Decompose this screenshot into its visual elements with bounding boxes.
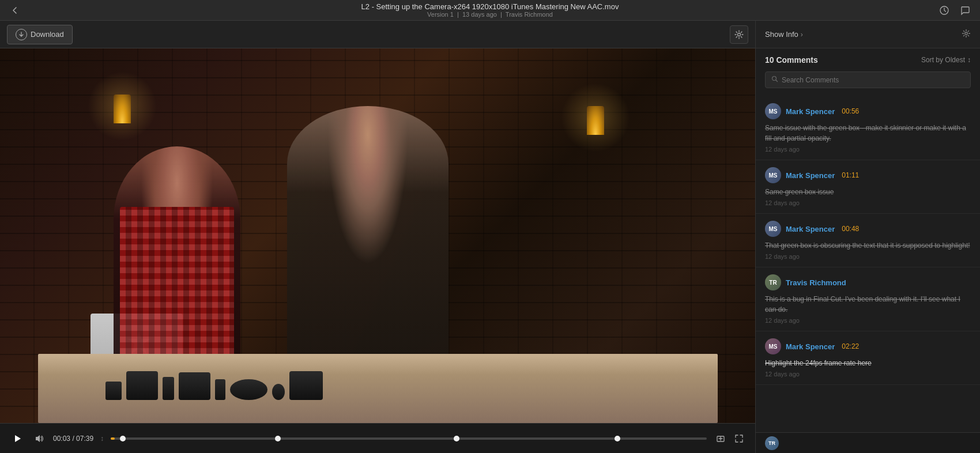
action-bar-right — [730, 25, 748, 44]
chevron-right-icon: › — [801, 31, 803, 39]
file-meta: Version 1 | 13 days ago | Travis Richmon… — [361, 11, 619, 18]
file-title: L2 - Setting up the Camera-x264 1920x108… — [361, 2, 619, 11]
comment-item[interactable]: MS Mark Spencer 02:22 Highlight the 24fp… — [756, 331, 980, 385]
progress-marker-4 — [615, 436, 620, 441]
download-button[interactable]: Download — [7, 25, 73, 44]
file-uploader: Travis Richmond — [506, 11, 553, 18]
comment-header: MS Mark Spencer 00:56 — [765, 103, 971, 119]
progress-marker-1 — [120, 436, 126, 441]
search-box — [765, 71, 971, 88]
history-button[interactable] — [936, 2, 952, 18]
comment-age: 12 days ago — [765, 371, 971, 378]
current-time: 00:03 / 07:39 — [53, 435, 93, 443]
comment-author: Mark Spencer — [786, 107, 835, 116]
person-right — [287, 106, 448, 394]
back-button[interactable] — [7, 2, 23, 18]
table-surface — [38, 354, 718, 423]
download-label: Download — [31, 30, 64, 39]
main-content: Download — [0, 21, 980, 453]
comment-timestamp: 02:22 — [842, 342, 859, 350]
bottom-bar: TR — [756, 432, 980, 453]
scene-content — [0, 48, 755, 423]
comment-age: 12 days ago — [765, 146, 971, 153]
progress-marker-2 — [275, 436, 281, 441]
top-bar-right — [936, 2, 973, 18]
download-icon — [16, 29, 27, 40]
comment-item[interactable]: TR Travis Richmond This is a bug in Fina… — [756, 267, 980, 331]
show-info-header: Show Info › — [756, 21, 980, 48]
svg-point-3 — [965, 32, 967, 34]
comment-author: Mark Spencer — [786, 225, 835, 233]
sort-label: Sort by Oldest — [921, 56, 965, 64]
comment-author: Travis Richmond — [786, 278, 846, 287]
volume-button[interactable] — [32, 432, 46, 446]
comment-author: Mark Spencer — [786, 171, 835, 180]
comment-header: MS Mark Spencer 02:22 — [765, 338, 971, 354]
comment-item[interactable]: MS Mark Spencer 00:56 Same issue with th… — [756, 96, 980, 160]
top-bar-center: L2 - Setting up the Camera-x264 1920x108… — [361, 2, 619, 18]
video-panel: Download — [0, 21, 755, 453]
avatar: MS — [765, 338, 781, 354]
comment-age: 12 days ago — [765, 199, 971, 206]
panel-settings-button[interactable] — [962, 29, 971, 40]
svg-point-4 — [772, 77, 777, 81]
search-container — [756, 69, 980, 94]
comment-timestamp: 00:48 — [842, 225, 859, 233]
comment-text: Highlight the 24fps frame rate here — [765, 358, 971, 368]
comment-item[interactable]: MS Mark Spencer 01:11 Same green box iss… — [756, 160, 980, 214]
top-bar-left — [7, 2, 23, 18]
camera-item-1 — [105, 382, 122, 400]
avatar: MS — [765, 221, 781, 237]
table-items — [105, 354, 683, 400]
sort-arrow-icon: ↕ — [967, 56, 971, 64]
comment-item[interactable]: MS Mark Spencer 00:48 That green box is … — [756, 214, 980, 267]
video-controls: 00:03 / 07:39 ↕ — [0, 423, 755, 453]
chat-button[interactable] — [957, 2, 973, 18]
play-button[interactable] — [9, 431, 25, 447]
camera-item-4 — [179, 372, 210, 400]
sort-button[interactable]: Sort by Oldest ↕ — [921, 56, 971, 64]
camera-item-2 — [126, 371, 158, 400]
action-bar: Download — [0, 21, 755, 48]
camera-item-6 — [230, 379, 267, 400]
comment-header: MS Mark Spencer 01:11 — [765, 167, 971, 183]
svg-point-1 — [738, 33, 741, 36]
file-version: Version 1 — [427, 11, 454, 18]
video-container[interactable] — [0, 48, 755, 423]
speed-indicator[interactable]: ↕ — [100, 435, 104, 443]
comment-age: 12 days ago — [765, 317, 971, 324]
search-input[interactable] — [782, 76, 964, 84]
comment-timestamp: 00:56 — [842, 107, 859, 115]
avatar: MS — [765, 167, 781, 183]
fullscreen-button[interactable] — [732, 432, 746, 446]
camera-item-3 — [163, 377, 174, 400]
file-age: 13 days ago — [462, 11, 497, 18]
show-info-button[interactable]: Show Info › — [765, 30, 803, 39]
fit-screen-button[interactable] — [714, 432, 728, 446]
comment-age: 12 days ago — [765, 253, 971, 260]
camera-item-5 — [215, 379, 225, 400]
comment-text: That green box is obscuring the text tha… — [765, 240, 971, 251]
progress-markers — [111, 437, 707, 440]
video-frame — [0, 48, 755, 423]
comments-count: 10 Comments — [765, 55, 818, 65]
person-left — [114, 146, 240, 388]
progress-bar[interactable] — [111, 437, 707, 440]
avatar: MS — [765, 103, 781, 119]
comment-text: This is a bug in Final Cut. I've been de… — [765, 294, 971, 315]
comment-text: Same green box issue — [765, 187, 971, 197]
user-avatar: TR — [765, 436, 779, 450]
comment-header: MS Mark Spencer 00:48 — [765, 221, 971, 237]
search-icon — [771, 76, 778, 84]
settings-button[interactable] — [730, 25, 748, 44]
controls-right — [714, 432, 746, 446]
camera-item-7 — [272, 384, 285, 400]
comment-header: TR Travis Richmond — [765, 274, 971, 290]
comments-panel: Show Info › 10 Comments Sort by Oldest ↕ — [755, 21, 980, 453]
top-bar: L2 - Setting up the Camera-x264 1920x108… — [0, 0, 980, 21]
comments-header: 10 Comments Sort by Oldest ↕ — [756, 48, 980, 69]
avatar: TR — [765, 274, 781, 290]
progress-marker-3 — [454, 436, 459, 441]
show-info-label: Show Info — [765, 30, 798, 39]
comment-timestamp: 01:11 — [842, 171, 859, 179]
